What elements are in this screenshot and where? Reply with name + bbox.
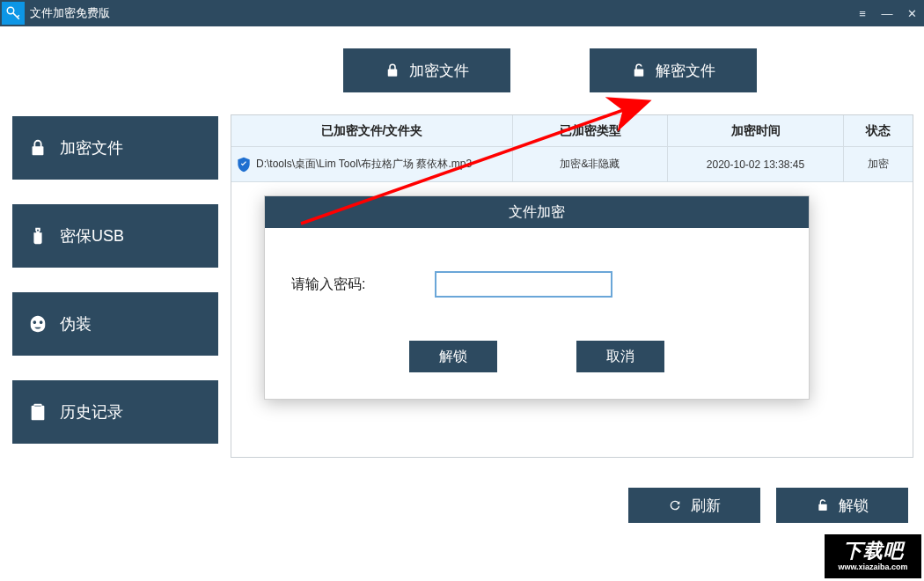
col-header-path: 已加密文件/文件夹 (231, 115, 513, 146)
sidebar: 加密文件 密保USB 伪装 历史记录 (12, 114, 218, 458)
close-button[interactable]: ✕ (899, 0, 924, 26)
cell-path-text: D:\tools\桌面\Lim Tool\布拉格广场 蔡依林.mp3 (256, 158, 472, 172)
watermark-text: 下载吧 (843, 541, 904, 561)
window-controls: ≡ — ✕ (850, 0, 924, 26)
unlock-label: 解锁 (839, 496, 869, 516)
app-title: 文件加密免费版 (30, 5, 110, 21)
encrypt-file-label: 加密文件 (409, 61, 469, 81)
dialog-title: 文件加密 (265, 196, 809, 228)
cell-time: 2020-10-02 13:38:45 (668, 147, 844, 181)
titlebar: 文件加密免费版 ≡ — ✕ (0, 0, 924, 26)
cell-type: 加密&非隐藏 (513, 147, 668, 181)
table-row[interactable]: D:\tools\桌面\Lim Tool\布拉格广场 蔡依林.mp3 加密&非隐… (231, 147, 913, 182)
sidebar-item-label: 历史记录 (60, 401, 123, 423)
sidebar-item-usb[interactable]: 密保USB (12, 204, 218, 268)
decrypt-file-label: 解密文件 (656, 61, 715, 81)
sidebar-item-disguise[interactable]: 伪装 (12, 292, 218, 356)
password-input[interactable] (436, 272, 612, 297)
sidebar-item-encrypt-file[interactable]: 加密文件 (12, 116, 218, 180)
mask-icon (28, 314, 48, 334)
shield-check-icon (235, 156, 253, 173)
decrypt-file-button[interactable]: 解密文件 (590, 48, 757, 92)
unlock-button[interactable]: 解锁 (776, 488, 908, 523)
sidebar-item-label: 加密文件 (60, 137, 123, 158)
refresh-button[interactable]: 刷新 (628, 488, 760, 523)
app-icon (2, 2, 25, 25)
unlock-icon (816, 498, 830, 512)
dialog-unlock-button[interactable]: 解锁 (409, 341, 497, 372)
password-label: 请输入密码: (291, 276, 365, 294)
password-dialog: 文件加密 请输入密码: 解锁 取消 (264, 195, 810, 400)
table-body: D:\tools\桌面\Lim Tool\布拉格广场 蔡依林.mp3 加密&非隐… (231, 147, 913, 182)
clipboard-icon (28, 402, 48, 422)
cell-status: 加密 (844, 147, 913, 181)
watermark-url: www.xiazaiba.com (838, 563, 907, 571)
sidebar-item-label: 密保USB (60, 225, 124, 246)
col-header-type: 已加密类型 (513, 115, 668, 146)
lock-icon (385, 63, 400, 78)
dialog-buttons: 解锁 取消 (291, 341, 782, 372)
password-row: 请输入密码: (291, 272, 782, 297)
bottom-bar: 刷新 解锁 (628, 488, 908, 523)
refresh-label: 刷新 (691, 496, 721, 516)
top-action-bar: 加密文件 解密文件 (0, 26, 924, 114)
key-icon (5, 5, 21, 21)
lock-icon (28, 138, 48, 158)
encrypt-file-button[interactable]: 加密文件 (343, 48, 510, 92)
menu-button[interactable]: ≡ (850, 0, 875, 26)
col-header-time: 加密时间 (668, 115, 844, 146)
minimize-button[interactable]: — (875, 0, 899, 26)
table-header: 已加密文件/文件夹 已加密类型 加密时间 状态 (231, 115, 913, 147)
sidebar-item-label: 伪装 (60, 313, 92, 335)
refresh-icon (668, 498, 682, 512)
usb-icon (28, 226, 48, 246)
dialog-cancel-button[interactable]: 取消 (576, 341, 664, 372)
unlock-icon (631, 63, 647, 78)
dialog-body: 请输入密码: 解锁 取消 (265, 228, 809, 399)
cell-path: D:\tools\桌面\Lim Tool\布拉格广场 蔡依林.mp3 (231, 147, 513, 181)
col-header-status: 状态 (844, 115, 913, 146)
svg-line-2 (18, 15, 19, 17)
sidebar-item-history[interactable]: 历史记录 (12, 380, 218, 444)
watermark: 下载吧 www.xiazaiba.com (824, 533, 922, 579)
